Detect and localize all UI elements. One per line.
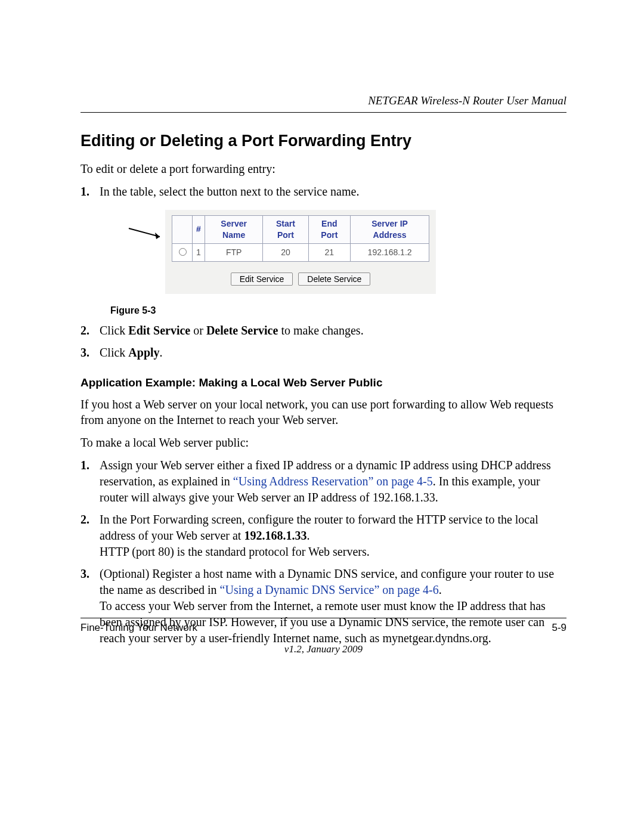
step-1: In the table, select the button next to … (97, 184, 566, 317)
step-3-b1: Apply (128, 346, 159, 359)
step-2-b2: Delete Service (206, 324, 278, 337)
long-step-1: Assign your Web server either a fixed IP… (97, 457, 566, 506)
step-1-text: In the table, select the button next to … (100, 185, 359, 198)
svg-line-0 (129, 228, 160, 237)
port-forwarding-table: # Server Name Start Port End Port Server… (172, 215, 429, 262)
intro-text: To edit or delete a port forwarding entr… (80, 161, 566, 176)
th-start-port: Start Port (263, 216, 308, 244)
th-server-ip: Server IP Address (351, 216, 429, 244)
page-header: NETGEAR Wireless-N Router User Manual (80, 94, 566, 112)
figure-caption: Figure 5-3 (110, 304, 566, 317)
delete-service-button[interactable]: Delete Service (298, 272, 370, 286)
th-server-name: Server Name (205, 216, 263, 244)
cell-server-ip: 192.168.1.2 (351, 243, 429, 261)
step-3: Click Apply. (97, 345, 566, 361)
footer-page-number: 5-9 (552, 622, 566, 634)
cell-start-port: 20 (263, 243, 308, 261)
step-2-pre: Click (100, 324, 128, 337)
link-address-reservation[interactable]: “Using Address Reservation” on page 4-5 (233, 475, 433, 488)
ls2-t2: . (306, 529, 309, 542)
edit-service-button[interactable]: Edit Service (231, 272, 293, 286)
pointer-arrow-icon (128, 225, 169, 243)
long-step-2: In the Port Forwarding screen, configure… (97, 512, 566, 560)
step-3-post: . (160, 346, 163, 359)
ls2-t3: HTTP (port 80) is the standard protocol … (100, 545, 370, 558)
sub-intro-2: To make a local Web server public: (80, 435, 566, 450)
svg-marker-1 (155, 233, 160, 239)
footer-left: Fine-Tuning Your Network (80, 622, 197, 634)
section-heading: Editing or Deleting a Port Forwarding En… (80, 132, 566, 150)
cell-end-port: 21 (308, 243, 351, 261)
ls2-t1: In the Port Forwarding screen, configure… (100, 513, 538, 542)
row-select-radio[interactable] (179, 248, 187, 256)
ls2-b1: 192.168.1.33 (244, 529, 306, 542)
th-end-port: End Port (308, 216, 351, 244)
step-2-post: to make changes. (278, 324, 363, 337)
sub-heading: Application Example: Making a Local Web … (80, 376, 566, 389)
figure-5-3: # Server Name Start Port End Port Server… (132, 210, 566, 293)
footer-version: v1.2, January 2009 (80, 643, 566, 655)
header-rule (80, 112, 566, 113)
figure-frame: # Server Name Start Port End Port Server… (166, 210, 435, 293)
step-2-mid: or (190, 324, 206, 337)
th-radio (172, 216, 193, 244)
step-2: Click Edit Service or Delete Service to … (97, 323, 566, 339)
th-num: # (193, 216, 205, 244)
sub-intro: If you host a Web server on your local n… (80, 397, 566, 428)
footer-rule (80, 618, 566, 618)
step-2-b1: Edit Service (128, 324, 190, 337)
cell-num: 1 (193, 243, 205, 261)
ls3-t2: . (439, 583, 442, 596)
table-row: 1 FTP 20 21 192.168.1.2 (172, 243, 429, 261)
cell-server-name: FTP (205, 243, 263, 261)
step-3-pre: Click (100, 346, 128, 359)
link-dynamic-dns[interactable]: “Using a Dynamic DNS Service” on page 4-… (220, 583, 439, 596)
